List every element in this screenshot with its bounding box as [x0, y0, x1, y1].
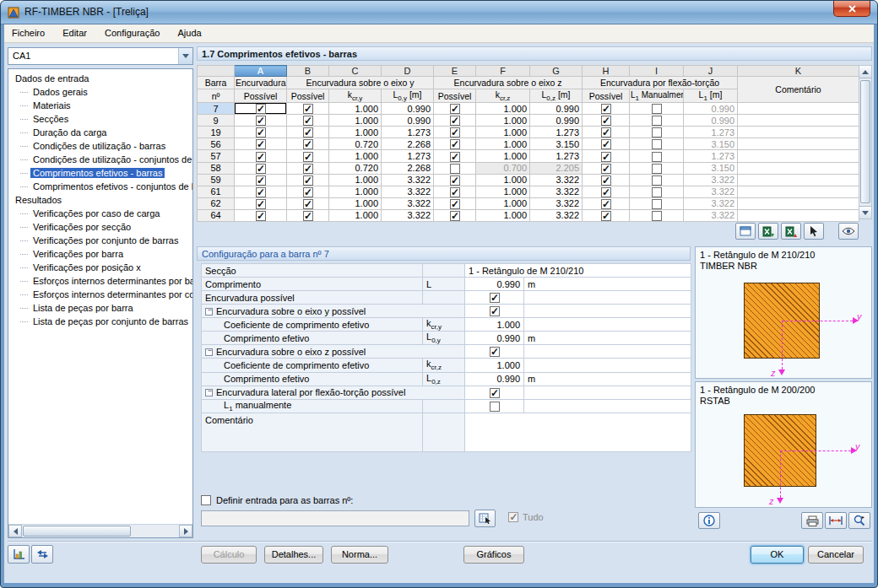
checkbox[interactable] [450, 152, 460, 162]
checkbox[interactable] [450, 187, 460, 197]
checkbox[interactable] [450, 139, 460, 149]
sidebar-item-verificacoes-seccao[interactable]: Verificações por secção [8, 220, 192, 234]
panel-toggle-button[interactable] [8, 545, 30, 564]
cell-comment[interactable] [738, 162, 859, 174]
cell-l0y[interactable]: 1.273 [382, 127, 434, 138]
cell-possible-lt[interactable] [583, 186, 630, 197]
cell-kcry[interactable]: 1.000 [329, 103, 382, 115]
cell-kcry[interactable]: 1.000 [329, 197, 382, 209]
cell-possible-z[interactable] [434, 103, 476, 115]
col-letter-E[interactable]: E [434, 66, 476, 77]
checkbox[interactable] [303, 127, 313, 138]
checkbox[interactable] [256, 164, 266, 174]
cell-possible-y[interactable] [287, 127, 329, 138]
checkbox[interactable] [601, 152, 611, 162]
scroll-up-button[interactable] [859, 66, 871, 78]
scroll-left-button[interactable] [8, 525, 22, 537]
cell-bar[interactable]: 58 [198, 162, 235, 174]
config-value[interactable]: 0.990 [465, 332, 524, 345]
checkbox[interactable] [450, 104, 460, 114]
norma-button[interactable]: Norma... [331, 546, 388, 564]
config-group-label[interactable]: Encurvadura lateral por flexão-torção po… [202, 386, 465, 399]
checkbox[interactable] [490, 306, 500, 316]
checkbox[interactable] [601, 116, 611, 126]
cell-l1[interactable]: 1.273 [684, 127, 738, 138]
cell-kcrz[interactable]: 1.000 [476, 138, 530, 150]
cell-possible-y[interactable] [287, 150, 329, 162]
cell-l1[interactable]: 3.150 [684, 138, 738, 150]
checkbox[interactable] [490, 347, 500, 357]
sidebar-item-resultados[interactable]: Resultados [8, 193, 192, 207]
cell-kcrz[interactable]: 1.000 [476, 186, 530, 197]
cell-possible-z[interactable] [434, 186, 476, 197]
cell-bar[interactable]: 64 [198, 209, 235, 221]
checkbox[interactable] [303, 116, 313, 126]
cell-l0y[interactable]: 3.322 [382, 186, 434, 197]
sidebar-item-comprimentos-efetivos-barras[interactable]: Comprimentos efetivos - barras [8, 166, 192, 180]
cell-l0z[interactable]: 0.990 [530, 103, 583, 115]
cell-possible-lt[interactable] [583, 162, 630, 174]
cell-possible-z[interactable] [434, 150, 476, 162]
case-selector[interactable]: CA1 [8, 47, 193, 65]
config-value[interactable]: 0.990 [465, 278, 524, 291]
checkbox[interactable] [256, 139, 266, 149]
cell-possible-y[interactable] [287, 174, 329, 186]
checkbox[interactable] [601, 127, 611, 138]
scroll-down-button[interactable] [859, 206, 871, 218]
cell-bar[interactable]: 61 [198, 186, 235, 197]
config-check-cell[interactable] [465, 345, 524, 359]
cell-possible[interactable] [235, 197, 287, 209]
sidebar-item-comprimentos-efetivos-conjuntos[interactable]: Comprimentos efetivos - conjuntos de bar… [8, 180, 192, 193]
cell-l0y[interactable]: 2.268 [382, 162, 434, 174]
cell-comment[interactable] [738, 174, 859, 186]
checkbox[interactable] [601, 175, 611, 186]
col-letter-I[interactable]: I [630, 66, 684, 77]
col-letter-H[interactable]: H [583, 66, 630, 77]
case-selector-dropdown-button[interactable] [178, 48, 192, 64]
cell-possible-y[interactable] [287, 115, 329, 127]
menu-ficheiro[interactable]: Ficheiro [4, 24, 52, 43]
checkbox[interactable] [652, 175, 662, 186]
config-check-cell[interactable] [465, 305, 524, 318]
col-letter-K[interactable]: K [738, 66, 859, 77]
checkbox[interactable] [303, 187, 313, 197]
cell-l0z[interactable]: 3.322 [530, 186, 583, 197]
config-value[interactable]: 1.000 [465, 359, 524, 372]
cell-kcry[interactable]: 0.720 [329, 162, 382, 174]
checkbox[interactable] [490, 388, 500, 398]
cell-l1-manual[interactable] [630, 138, 684, 150]
checkbox[interactable] [601, 199, 611, 209]
cell-l0z[interactable]: 3.322 [530, 209, 583, 221]
config-comment-value[interactable] [465, 413, 691, 451]
sidebar-item-verificacoes-posicao-x[interactable]: Verificações por posição x [8, 261, 192, 274]
cell-kcry[interactable]: 1.000 [329, 209, 382, 221]
cell-possible[interactable] [235, 186, 287, 197]
collapse-icon[interactable] [205, 308, 213, 316]
checkbox[interactable] [652, 187, 662, 197]
cell-possible-y[interactable] [287, 103, 329, 115]
cell-kcry[interactable]: 1.000 [329, 174, 382, 186]
checkbox[interactable] [303, 104, 313, 114]
sidebar-item-materiais[interactable]: Materiais [8, 99, 192, 112]
config-value[interactable]: 1.000 [465, 318, 524, 332]
details-button[interactable]: Detalhes... [264, 546, 323, 564]
checkbox[interactable] [450, 127, 460, 138]
checkbox[interactable] [450, 164, 460, 174]
cell-l1-manual[interactable] [630, 103, 684, 115]
cell-kcrz[interactable]: 1.000 [476, 103, 530, 115]
cell-comment[interactable] [738, 197, 859, 209]
sidebar-item-esforcos-conjunto[interactable]: Esforços internos determinantes por conj… [8, 288, 192, 301]
checkbox[interactable] [303, 211, 313, 221]
checkbox[interactable] [303, 175, 313, 186]
config-value[interactable]: 0.990 [465, 372, 524, 386]
checkbox[interactable] [490, 402, 500, 412]
cancel-button[interactable]: Cancelar [808, 546, 864, 564]
cell-l1-manual[interactable] [630, 174, 684, 186]
dimensions-button[interactable] [825, 512, 847, 529]
scroll-right-button[interactable] [179, 525, 192, 537]
checkbox[interactable] [601, 164, 611, 174]
cell-l0y[interactable]: 3.322 [382, 174, 434, 186]
ok-button[interactable]: OK [751, 546, 804, 564]
pick-members-button[interactable] [804, 223, 824, 240]
cell-possible[interactable] [235, 138, 287, 150]
